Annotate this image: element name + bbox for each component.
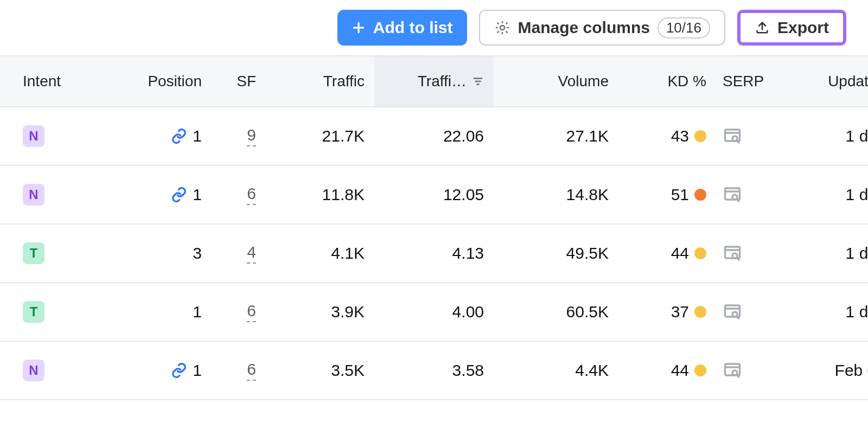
cell-traffic-pct: 4.00	[374, 303, 494, 321]
cell-intent: T	[0, 301, 98, 323]
cell-volume: 27.1K	[494, 127, 618, 145]
cell-updated: 1 day	[792, 244, 868, 263]
cell-intent: N	[0, 360, 98, 381]
export-label: Export	[777, 18, 829, 37]
table-header: Intent Position SF Traffic Traffi… Volum…	[0, 56, 868, 107]
serp-preview-icon	[723, 302, 742, 322]
manage-columns-label: Manage columns	[518, 18, 650, 37]
kd-difficulty-dot	[694, 364, 706, 376]
export-button[interactable]: Export	[737, 10, 846, 46]
manage-columns-button[interactable]: Manage columns 10/16	[479, 10, 725, 46]
col-sf[interactable]: SF	[212, 73, 266, 90]
table-row: N1611.8K12.0514.8K511 day	[0, 166, 868, 225]
col-traffic-pct[interactable]: Traffi…	[374, 56, 494, 106]
cell-position: 1	[98, 127, 212, 145]
cell-sf[interactable]: 9	[212, 126, 266, 146]
cell-position: 3	[98, 244, 212, 263]
cell-updated: 1 day	[792, 303, 868, 321]
cell-volume: 4.4K	[494, 361, 618, 380]
link-icon	[171, 187, 187, 203]
cell-kd: 37	[618, 303, 716, 321]
cell-traffic: 11.8K	[266, 185, 374, 204]
data-table: Intent Position SF Traffic Traffi… Volum…	[0, 55, 868, 400]
cell-updated: 1 day	[792, 185, 868, 204]
cell-traffic-pct: 3.58	[374, 361, 494, 380]
cell-kd: 51	[618, 185, 716, 204]
intent-badge[interactable]: N	[23, 125, 44, 147]
cell-sf[interactable]: 6	[212, 360, 266, 381]
cell-serp[interactable]	[716, 302, 792, 322]
cell-serp[interactable]	[716, 185, 792, 204]
cell-traffic-pct: 4.13	[374, 244, 494, 263]
cell-volume: 60.5K	[494, 303, 618, 321]
col-traffic[interactable]: Traffic	[266, 73, 374, 90]
table-row: T344.1K4.1349.5K441 day	[0, 225, 868, 283]
add-to-list-button[interactable]: Add to list	[337, 10, 467, 46]
cell-kd: 44	[618, 361, 716, 380]
cell-sf[interactable]: 4	[212, 243, 266, 264]
cell-traffic-pct: 22.06	[374, 127, 494, 145]
upload-icon	[755, 20, 770, 35]
cell-serp[interactable]	[716, 126, 792, 146]
col-kd[interactable]: KD %	[618, 73, 716, 90]
cell-serp[interactable]	[716, 244, 792, 263]
kd-difficulty-dot	[694, 189, 706, 201]
cell-intent: N	[0, 184, 98, 206]
col-intent[interactable]: Intent	[0, 73, 98, 90]
cell-kd: 43	[618, 127, 716, 145]
col-serp[interactable]: SERP	[716, 73, 792, 90]
cell-traffic: 3.5K	[266, 361, 374, 380]
col-position[interactable]: Position	[98, 73, 212, 90]
toolbar: Add to list Manage columns 10/16 Export	[0, 0, 868, 55]
intent-badge[interactable]: N	[23, 184, 44, 206]
cell-position: 1	[98, 185, 212, 204]
col-volume[interactable]: Volume	[494, 73, 618, 90]
serp-preview-icon	[723, 185, 742, 204]
columns-count-pill: 10/16	[658, 17, 710, 39]
link-icon	[171, 362, 187, 379]
sort-desc-icon	[472, 75, 484, 87]
cell-updated: 1 day	[792, 127, 868, 145]
cell-position: 1	[98, 361, 212, 380]
kd-difficulty-dot	[694, 130, 706, 142]
intent-badge[interactable]: T	[23, 242, 44, 264]
table-row: N163.5K3.584.4K44Feb 08	[0, 342, 868, 400]
kd-difficulty-dot	[694, 306, 706, 318]
cell-serp[interactable]	[716, 361, 792, 380]
cell-volume: 49.5K	[494, 244, 618, 263]
serp-preview-icon	[723, 126, 742, 146]
cell-traffic: 21.7K	[266, 127, 374, 145]
plus-icon	[352, 21, 366, 35]
intent-badge[interactable]: T	[23, 301, 44, 323]
cell-sf[interactable]: 6	[212, 302, 266, 322]
add-to-list-label: Add to list	[373, 18, 453, 37]
col-updated[interactable]: Updated	[792, 73, 868, 90]
cell-position: 1	[98, 303, 212, 321]
table-row: N1921.7K22.0627.1K431 day	[0, 107, 868, 166]
intent-badge[interactable]: N	[23, 360, 44, 381]
cell-intent: N	[0, 125, 98, 147]
table-row: T163.9K4.0060.5K371 day	[0, 283, 868, 342]
cell-traffic-pct: 12.05	[374, 185, 494, 204]
kd-difficulty-dot	[694, 247, 706, 259]
cell-traffic: 3.9K	[266, 303, 374, 321]
cell-intent: T	[0, 242, 98, 264]
serp-preview-icon	[723, 244, 742, 263]
gear-icon	[494, 20, 510, 36]
link-icon	[171, 128, 187, 144]
serp-preview-icon	[723, 361, 742, 380]
svg-point-2	[500, 25, 505, 30]
cell-volume: 14.8K	[494, 185, 618, 204]
cell-traffic: 4.1K	[266, 244, 374, 263]
cell-updated: Feb 08	[792, 361, 868, 380]
cell-sf[interactable]: 6	[212, 184, 266, 205]
cell-kd: 44	[618, 244, 716, 263]
